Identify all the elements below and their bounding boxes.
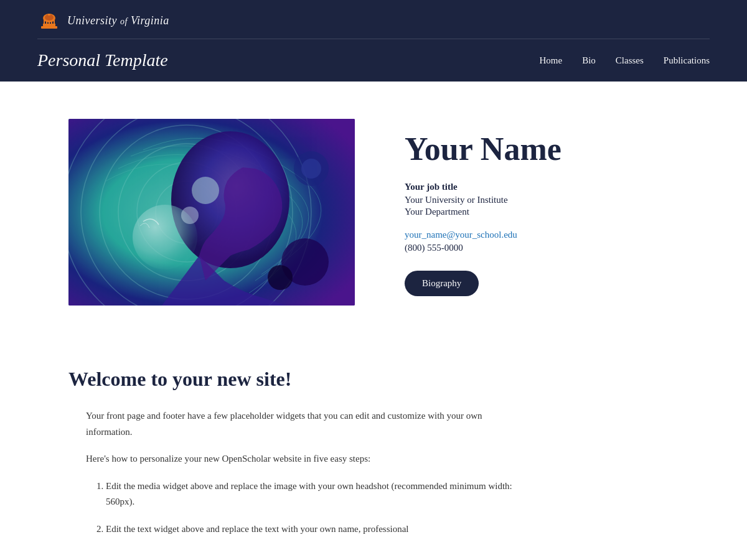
welcome-step-1: Edit the media widget above and replace … xyxy=(106,478,517,510)
nav-item-bio[interactable]: Bio xyxy=(582,55,596,66)
svg-point-21 xyxy=(181,207,199,224)
welcome-step-2: Edit the text widget above and replace t… xyxy=(106,521,517,538)
welcome-section: Welcome to your new site! Your front pag… xyxy=(31,355,716,560)
site-header: University of Virginia Personal Template… xyxy=(0,0,747,82)
hero-email-link[interactable]: your_name@your_school.edu xyxy=(405,230,679,240)
header-bottom: Personal Template Home Bio Classes Publi… xyxy=(37,39,710,82)
svg-point-23 xyxy=(301,159,321,179)
nav-link-home[interactable]: Home xyxy=(539,55,562,65)
hero-section: Your Name Your job title Your University… xyxy=(31,82,716,355)
welcome-steps-intro: Here's how to personalize your new OpenS… xyxy=(68,451,492,467)
nav-item-classes[interactable]: Classes xyxy=(616,55,644,66)
svg-point-25 xyxy=(268,265,293,290)
hero-image xyxy=(68,119,355,306)
uva-logo-link[interactable]: University of Virginia xyxy=(37,9,710,32)
nav-link-publications[interactable]: Publications xyxy=(664,55,710,65)
hero-job-title: Your job title xyxy=(405,182,679,192)
main-nav: Home Bio Classes Publications xyxy=(539,55,710,66)
hero-phone: (800) 555-0000 xyxy=(405,243,679,253)
header-top: University of Virginia xyxy=(37,0,710,39)
welcome-steps-list: Edit the media widget above and replace … xyxy=(68,478,679,538)
site-title: Personal Template xyxy=(37,50,168,70)
biography-button[interactable]: Biography xyxy=(405,271,479,296)
uva-rotunda-icon xyxy=(37,9,61,32)
welcome-intro: Your front page and footer have a few pl… xyxy=(68,408,492,440)
nav-link-bio[interactable]: Bio xyxy=(582,55,596,65)
nav-link-classes[interactable]: Classes xyxy=(616,55,644,65)
nav-item-home[interactable]: Home xyxy=(539,55,562,66)
hero-info: Your Name Your job title Your University… xyxy=(405,119,679,296)
hero-institution: Your University or Institute xyxy=(405,195,679,205)
welcome-title: Welcome to your new site! xyxy=(68,368,679,391)
hero-name: Your Name xyxy=(405,131,679,167)
hero-illustration xyxy=(68,119,355,306)
svg-point-20 xyxy=(192,177,219,204)
nav-item-publications[interactable]: Publications xyxy=(664,55,710,66)
uva-logo-text: University of Virginia xyxy=(67,14,169,27)
hero-department: Your Department xyxy=(405,207,679,217)
svg-rect-10 xyxy=(48,14,50,16)
